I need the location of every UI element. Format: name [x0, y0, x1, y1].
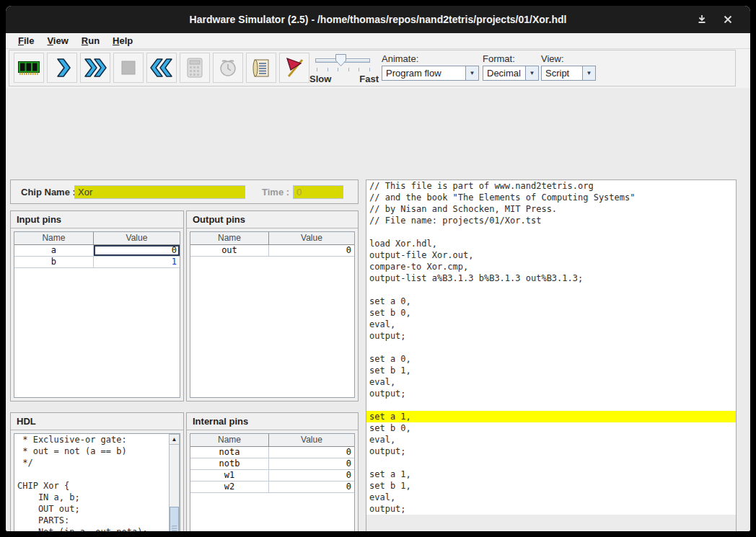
table-row: b1 — [14, 257, 180, 268]
code-line — [366, 284, 736, 296]
code-line: // and the book "The Elements of Computi… — [366, 192, 736, 203]
single-step-icon — [50, 56, 74, 80]
load-script-button[interactable] — [246, 53, 276, 83]
table-row: nota0 — [190, 447, 354, 458]
chevron-down-icon[interactable]: ▼ — [525, 66, 538, 80]
code-line: set a 0, — [366, 353, 736, 365]
chevron-down-icon[interactable]: ▼ — [582, 66, 595, 80]
animate-value: Program flow — [382, 66, 478, 80]
table-header: NameValue — [190, 434, 354, 447]
speed-slider: Slow Fast — [308, 52, 380, 86]
run-button[interactable] — [80, 53, 110, 83]
pin-value[interactable]: 0 — [94, 245, 180, 256]
table-row: out0 — [190, 245, 354, 257]
chip-header-bar: Chip Name : Xor Time : 0 — [10, 179, 359, 204]
single-step-button[interactable] — [47, 53, 77, 83]
hdl-code-view[interactable]: * Exclusive-or gate: * out = not (a == b… — [14, 433, 180, 531]
stop-icon — [116, 56, 141, 80]
minimize-icon — [695, 13, 708, 26]
chip-name-field[interactable]: Xor — [74, 185, 245, 199]
column-header-name: Name — [190, 232, 269, 244]
run-icon — [83, 56, 107, 80]
code-line — [366, 457, 736, 469]
breakpoints-button[interactable] — [279, 53, 309, 83]
input-pins-panel: Input pins NameValuea0b1 — [10, 210, 184, 401]
code-line: set a 0, — [366, 296, 736, 307]
code-line: // File name: projects/01/Xor.tst — [366, 215, 736, 226]
load-chip-button[interactable] — [14, 53, 44, 83]
slider-thumb[interactable] — [335, 54, 346, 66]
pin-value[interactable]: 0 — [269, 470, 354, 481]
code-line: CHIP Xor { — [14, 480, 169, 492]
code-line: */ — [14, 457, 169, 469]
code-line — [14, 469, 169, 480]
code-line: load Xor.hdl, — [366, 238, 736, 249]
clock-icon — [216, 56, 240, 80]
code-line: set b 1, — [366, 480, 736, 492]
code-line: PARTS: — [14, 515, 169, 526]
pin-value[interactable]: 0 — [269, 447, 354, 458]
code-line: set b 0, — [366, 307, 736, 319]
view-label: View: — [541, 53, 596, 64]
table-row: w20 — [190, 481, 354, 493]
menu-view[interactable]: View — [40, 33, 74, 49]
toolbar-box: Slow Fast Animate: Program flow ▼ Format… — [9, 50, 736, 86]
code-line: // by Nisan and Schocken, MIT Press. — [366, 203, 736, 215]
minimize-button[interactable] — [695, 13, 708, 26]
internal-pins-table: NameValuenota0notb0w10w20 — [190, 433, 355, 531]
chevron-down-icon[interactable]: ▼ — [465, 66, 478, 80]
code-line: output; — [366, 503, 736, 515]
format-combobox[interactable]: Decimal ▼ — [483, 66, 539, 81]
script-view[interactable]: // This file is part of www.nand2tetris.… — [366, 180, 736, 531]
pin-value[interactable]: 0 — [269, 245, 354, 256]
close-button[interactable] — [721, 13, 734, 26]
code-line: eval, — [366, 492, 736, 503]
animate-combobox[interactable]: Program flow ▼ — [382, 66, 479, 81]
window-title: Hardware Simulator (2.5) - /home/thomas/… — [6, 6, 750, 33]
pin-value[interactable]: 1 — [94, 257, 180, 267]
slider-fast-label: Fast — [359, 74, 379, 84]
pin-name: w2 — [190, 481, 269, 492]
pin-value[interactable]: 0 — [269, 481, 354, 492]
code-line — [366, 399, 736, 411]
breakpoints-flag-icon — [282, 56, 307, 80]
close-icon — [721, 13, 734, 26]
hdl-title: HDL — [11, 413, 183, 430]
code-line: output; — [366, 445, 736, 457]
table-header: NameValue — [14, 232, 180, 245]
format-label: Format: — [483, 53, 539, 64]
menu-bar: FileViewRunHelp — [6, 33, 750, 49]
calculator-button — [180, 53, 210, 83]
pin-name: b — [14, 257, 94, 267]
code-line: set b 0, — [366, 422, 736, 434]
view-combobox[interactable]: Script ▼ — [541, 66, 596, 81]
code-line: eval, — [366, 319, 736, 330]
time-label: Time : — [262, 187, 289, 198]
app-window: Hardware Simulator (2.5) - /home/thomas/… — [6, 6, 750, 531]
clock-button — [213, 53, 243, 83]
column-header-value: Value — [269, 232, 354, 244]
menu-file[interactable]: File — [12, 33, 40, 49]
table-row: notb0 — [190, 458, 354, 470]
scroll-thumb[interactable] — [170, 507, 179, 531]
scroll-up-arrow[interactable]: ▲ — [169, 434, 180, 445]
script-scroll-icon — [249, 56, 273, 80]
input-pins-table: NameValuea0b1 — [14, 231, 180, 398]
column-header-name: Name — [190, 434, 269, 446]
code-line: // This file is part of www.nand2tetris.… — [366, 180, 736, 192]
table-row: w10 — [190, 470, 354, 481]
pin-value[interactable]: 0 — [269, 458, 354, 469]
reset-button[interactable] — [146, 53, 177, 83]
output-pins-table: NameValueout0 — [190, 231, 355, 398]
hdl-vertical-scrollbar[interactable]: ▲ ▼ — [169, 434, 180, 531]
code-line: output-list a%B3.1.3 b%B3.1.3 out%B3.1.3… — [366, 272, 736, 284]
menu-help[interactable]: Help — [106, 33, 139, 49]
slider-slow-label: Slow — [309, 74, 331, 84]
chip-name-label: Chip Name : — [21, 187, 76, 198]
column-header-value: Value — [94, 232, 180, 244]
menu-run[interactable]: Run — [75, 33, 106, 49]
slider-ticks — [317, 68, 370, 71]
code-line: set a 1, — [366, 469, 736, 480]
code-line: eval, — [366, 376, 736, 388]
calculator-icon — [183, 56, 207, 80]
